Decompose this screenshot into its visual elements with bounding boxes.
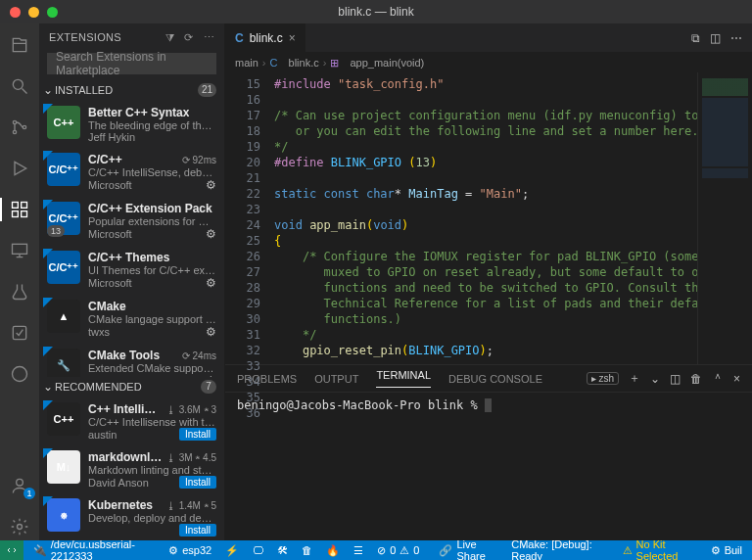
- svg-rect-5: [22, 203, 27, 209]
- manage-gear-icon[interactable]: ⚙: [206, 325, 216, 339]
- refresh-icon[interactable]: ⟳: [184, 31, 193, 44]
- terminal-shell-selector[interactable]: ▸ zsh: [587, 372, 619, 385]
- kill-terminal-icon[interactable]: 🗑: [690, 372, 702, 386]
- status-build-icon[interactable]: 🛠: [273, 544, 292, 556]
- extension-meta: ⟳ 92ms: [182, 155, 216, 165]
- extension-desc: C/C++ Intellisense with the…: [88, 416, 216, 428]
- extension-item[interactable]: ⎈ Kubernetes ⭳ 1.4M ★ 5 Develop, deploy …: [39, 492, 224, 540]
- extension-desc: Popular extensions for C+…: [88, 215, 216, 227]
- remote-explorer-icon[interactable]: [0, 237, 39, 264]
- remote-indicator[interactable]: [0, 540, 24, 560]
- extension-item[interactable]: M↓ markdownlint ⭳ 3M ★ 4.5 Markdown lint…: [39, 444, 224, 492]
- window-title: blink.c — blink: [0, 5, 752, 19]
- more-editor-icon[interactable]: ⋯: [730, 31, 742, 45]
- bookmark-icon[interactable]: [0, 319, 39, 347]
- install-button[interactable]: Install: [179, 428, 216, 441]
- terminal-dropdown-icon[interactable]: ⌄: [650, 372, 660, 386]
- status-errors[interactable]: ⊘ 0 ⚠ 0: [373, 544, 423, 557]
- filter-icon[interactable]: ⧩: [165, 31, 174, 44]
- status-menu-icon[interactable]: ☰: [350, 544, 367, 557]
- tab-debug-console[interactable]: DEBUG CONSOLE: [448, 373, 542, 385]
- code-editor[interactable]: 1516171819202122232425262728293031323334…: [225, 72, 752, 364]
- extension-item[interactable]: C/C⁺⁺ C/C++ Themes UI Themes for C/C++ e…: [39, 245, 224, 294]
- recommended-badge: [43, 496, 53, 506]
- extensions-icon[interactable]: [0, 196, 39, 223]
- extension-name: C++ Intellise…: [88, 402, 163, 416]
- section-installed[interactable]: ⌄INSTALLED 21: [39, 80, 224, 100]
- installed-count: 21: [198, 83, 216, 97]
- source-control-icon[interactable]: [0, 114, 39, 141]
- status-fire-icon[interactable]: 🔥: [322, 544, 344, 557]
- settings-gear-icon[interactable]: [0, 513, 39, 540]
- recommended-badge: [43, 400, 53, 410]
- extension-item[interactable]: C++ C++ Intellise… ⭳ 3.6M ★ 3 C/C++ Inte…: [39, 397, 224, 444]
- extension-desc: C/C++ IntelliSense, debug…: [88, 166, 216, 178]
- svg-point-3: [23, 125, 25, 128]
- install-button[interactable]: Install: [179, 476, 216, 489]
- status-flash-icon[interactable]: ⚡: [221, 544, 243, 557]
- extension-item[interactable]: C++ Better C++ Syntax The bleeding edge …: [39, 100, 224, 147]
- new-terminal-icon[interactable]: ＋: [629, 370, 640, 387]
- tab-filename: blink.c: [250, 31, 283, 45]
- extension-desc: CMake langage support fo…: [88, 313, 216, 325]
- close-panel-icon[interactable]: ×: [733, 372, 740, 386]
- status-monitor-icon[interactable]: 🖵: [249, 544, 267, 556]
- manage-gear-icon[interactable]: ⚙: [206, 227, 216, 241]
- tab-blink-c[interactable]: C blink.c ×: [225, 23, 306, 52]
- run-debug-icon[interactable]: [0, 155, 39, 182]
- split-terminal-icon[interactable]: ◫: [670, 372, 681, 386]
- chevron-down-icon: ⌄: [43, 83, 53, 97]
- extension-item[interactable]: C/C⁺⁺ C/C++ ⟳ 92ms C/C++ IntelliSense, d…: [39, 147, 224, 196]
- svg-rect-8: [13, 244, 27, 254]
- status-build[interactable]: ⚙ Buil: [707, 544, 746, 557]
- editor-area: C blink.c × ⧉ ◫ ⋯ main› C blink.c› ⊞ app…: [225, 23, 752, 540]
- extension-item[interactable]: ▲ CMake CMake langage support fo… twxs ⚙: [39, 294, 224, 343]
- extension-name: markdownlint: [88, 450, 163, 464]
- breadcrumbs[interactable]: main› C blink.c› ⊞ app_main(void): [225, 53, 752, 72]
- section-recommended[interactable]: ⌄RECOMMENDED 7: [39, 377, 224, 397]
- status-kit[interactable]: ⚠ No Kit Selected: [619, 538, 701, 560]
- extension-publisher: Microsoft: [88, 375, 132, 377]
- testing-icon[interactable]: [0, 278, 39, 305]
- recommended-badge: [43, 298, 53, 307]
- svg-rect-6: [13, 211, 19, 217]
- terminal-content[interactable]: beningo@Jacobs-MacBook-Pro blink %: [225, 393, 752, 540]
- recommended-badge: [43, 104, 53, 114]
- manage-gear-icon[interactable]: ⚙: [206, 374, 216, 377]
- chevron-down-icon: ⌄: [43, 380, 53, 394]
- accounts-icon[interactable]: 1: [0, 472, 39, 499]
- tab-output[interactable]: OUTPUT: [314, 373, 358, 385]
- recommended-badge: [43, 200, 53, 210]
- extension-desc: Extended CMake support i…: [88, 362, 216, 374]
- terminal-prompt: beningo@Jacobs-MacBook-Pro blink %: [237, 398, 478, 412]
- svg-point-10: [13, 367, 27, 382]
- install-button[interactable]: Install: [179, 524, 216, 537]
- extension-item[interactable]: 13 C/C⁺⁺ C/C++ Extension Pack Popular ex…: [39, 196, 224, 245]
- tab-terminal[interactable]: TERMINAL: [376, 369, 431, 388]
- more-icon[interactable]: ⋯: [204, 31, 214, 44]
- github-icon[interactable]: [0, 360, 39, 388]
- compare-icon[interactable]: ⧉: [691, 31, 700, 45]
- status-trash-icon[interactable]: 🗑: [298, 544, 316, 556]
- maximize-panel-icon[interactable]: ＾: [712, 370, 724, 387]
- minimap[interactable]: [697, 72, 752, 364]
- manage-gear-icon[interactable]: ⚙: [206, 178, 216, 192]
- extension-meta: ⭳ 3M ★ 4.5: [166, 452, 216, 463]
- status-live-share[interactable]: 🔗 Live Share: [435, 538, 501, 560]
- manage-gear-icon[interactable]: ⚙: [206, 276, 216, 290]
- extension-desc: UI Themes for C/C++ exte…: [88, 264, 216, 276]
- status-cmake[interactable]: CMake: [Debug]: Ready: [507, 538, 612, 560]
- status-port[interactable]: 🔌 /dev/cu.usbserial-2212333: [29, 538, 159, 560]
- extensions-search-input[interactable]: Search Extensions in Marketplace: [47, 53, 216, 74]
- search-icon[interactable]: [0, 72, 39, 100]
- split-editor-icon[interactable]: ◫: [710, 31, 721, 45]
- extension-item[interactable]: 🔧 CMake Tools ⟳ 24ms Extended CMake supp…: [39, 343, 224, 377]
- code-content[interactable]: #include "task_config.h" /* Can use proj…: [270, 72, 697, 364]
- installed-list: C++ Better C++ Syntax The bleeding edge …: [39, 100, 224, 377]
- editor-tabs: C blink.c × ⧉ ◫ ⋯: [225, 23, 752, 53]
- file-lang-icon: C: [235, 31, 244, 45]
- status-target[interactable]: ⚙ esp32: [164, 544, 215, 557]
- close-tab-icon[interactable]: ×: [289, 31, 296, 45]
- svg-point-12: [18, 525, 23, 530]
- explorer-icon[interactable]: [0, 31, 39, 59]
